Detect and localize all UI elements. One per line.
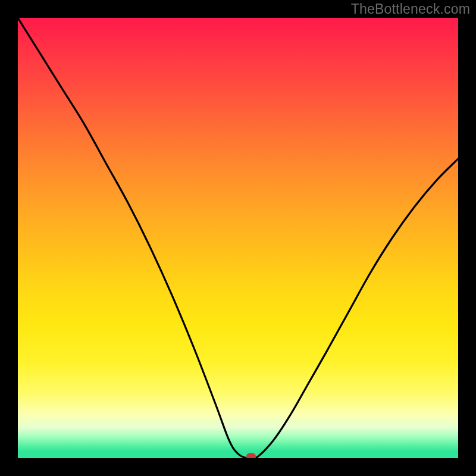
chart-frame: TheBottleneck.com [0, 0, 476, 476]
watermark-text: TheBottleneck.com [351, 1, 470, 17]
bottleneck-curve [18, 18, 458, 458]
curve-path [18, 18, 458, 458]
optimum-marker [246, 453, 256, 459]
plot-area [18, 18, 458, 458]
